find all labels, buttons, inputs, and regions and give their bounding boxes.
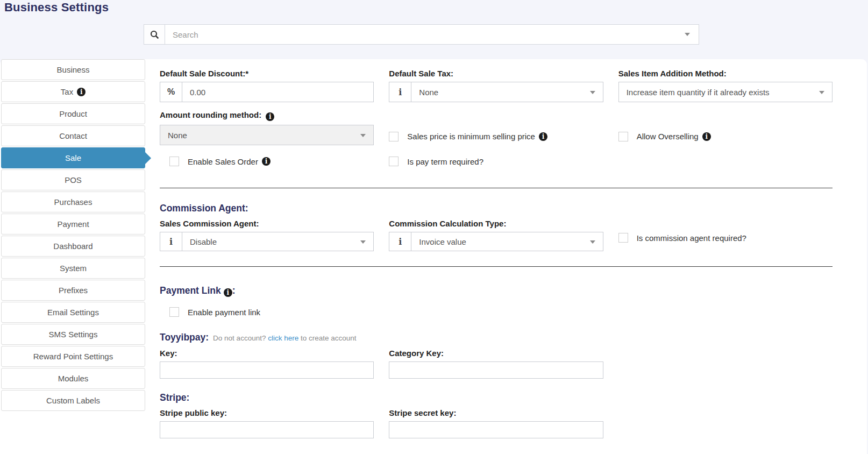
caret-down-icon	[819, 91, 824, 94]
sale-settings-form: Default Sale Discount:* % Default Sale T…	[160, 69, 833, 438]
sidebar-item-tax[interactable]: Tax i	[1, 81, 145, 102]
sidebar-item-custom-labels[interactable]: Custom Labels	[1, 390, 145, 411]
sidebar-item-system[interactable]: System	[1, 258, 145, 279]
field-stripe-public-key: Stripe public key:	[160, 408, 374, 438]
search-dropdown-toggle[interactable]	[685, 25, 699, 44]
sidebar-item-prefixes[interactable]: Prefixes	[1, 280, 145, 301]
default-sale-tax-select[interactable]: None	[411, 82, 602, 102]
stripe-secret-key-input[interactable]	[389, 421, 603, 438]
caret-down-icon	[590, 240, 595, 244]
enable-sales-order-label: Enable Sales Order	[188, 157, 258, 166]
field-sales-item-addition-method: Sales Item Addition Method: Increase ite…	[618, 69, 833, 102]
caret-down-icon	[685, 33, 690, 36]
caret-down-icon	[590, 91, 595, 94]
info-addon-icon: i	[389, 232, 411, 251]
pay-term-required-check-row: Is pay term required?	[389, 157, 603, 166]
sidebar-item-business[interactable]: Business	[1, 59, 145, 80]
sales-commission-agent-label: Sales Commission Agent:	[160, 219, 374, 228]
info-icon[interactable]: i	[77, 88, 86, 96]
amount-rounding-method-select[interactable]: None	[160, 125, 373, 145]
section-divider	[160, 266, 833, 267]
search-icon	[144, 25, 165, 44]
default-sale-discount-label: Default Sale Discount:*	[160, 69, 374, 78]
toyyibpay-create-account-link[interactable]: click here	[268, 334, 298, 342]
sidebar-item-product[interactable]: Product	[1, 103, 145, 124]
caret-down-icon	[360, 240, 366, 244]
stripe-secret-key-label: Stripe secret key:	[389, 408, 603, 417]
amount-rounding-method-label: Amount rounding method: i	[160, 110, 374, 121]
sidebar-item-contact[interactable]: Contact	[1, 125, 145, 146]
sidebar-item-sale[interactable]: Sale	[1, 147, 145, 168]
enable-sales-order-checkbox[interactable]	[169, 157, 179, 166]
sales-item-addition-method-select[interactable]: Increase item quantity if it already exi…	[619, 82, 832, 102]
min-selling-price-label: Sales price is minimum selling price	[407, 132, 535, 141]
allow-overselling-checkbox[interactable]	[618, 132, 628, 141]
enable-payment-link-label: Enable payment link	[188, 308, 260, 317]
enable-payment-link-check-row: Enable payment link	[160, 307, 833, 317]
field-toyyibpay-category-key: Category Key:	[389, 349, 603, 379]
info-icon[interactable]: i	[702, 132, 711, 141]
commission-agent-heading: Commission Agent:	[160, 203, 833, 214]
sidebar-item-reward-point-settings[interactable]: Reward Point Settings	[1, 346, 145, 367]
enable-sales-order-check-row: Enable Sales Order i	[160, 157, 374, 166]
page-title: Business Settings	[4, 1, 109, 15]
enable-payment-link-checkbox[interactable]	[169, 307, 179, 317]
allow-overselling-check-row: Allow Overselling i	[618, 110, 833, 145]
settings-sidebar: Business Tax i Product Contact Sale POS …	[1, 59, 145, 412]
min-selling-price-checkbox[interactable]	[389, 132, 399, 141]
field-sales-commission-agent: Sales Commission Agent: i Disable	[160, 219, 374, 251]
field-default-sale-discount: Default Sale Discount:* %	[160, 69, 374, 102]
pay-term-required-checkbox[interactable]	[389, 157, 399, 166]
stripe-heading: Stripe:	[160, 392, 833, 403]
field-amount-rounding-method: Amount rounding method: i None	[160, 110, 374, 145]
section-divider	[160, 188, 833, 188]
allow-overselling-label: Allow Overselling	[637, 132, 699, 141]
sales-item-addition-method-label: Sales Item Addition Method:	[618, 69, 833, 78]
sidebar-item-modules[interactable]: Modules	[1, 368, 145, 389]
info-icon[interactable]: i	[262, 157, 271, 166]
sidebar-item-email-settings[interactable]: Email Settings	[1, 302, 145, 323]
info-icon[interactable]: i	[266, 112, 274, 121]
default-sale-discount-input[interactable]	[182, 82, 373, 102]
sales-commission-agent-select[interactable]: Disable	[182, 232, 373, 251]
caret-down-icon	[360, 134, 366, 137]
min-selling-price-check-row: Sales price is minimum selling price i	[389, 110, 603, 145]
sidebar-item-purchases[interactable]: Purchases	[1, 191, 145, 212]
field-default-sale-tax: Default Sale Tax: i None	[389, 69, 603, 102]
toyyibpay-note: Do not account? click here to create acc…	[213, 334, 356, 342]
field-toyyibpay-key: Key:	[160, 349, 374, 379]
info-icon[interactable]: i	[539, 132, 547, 141]
percent-addon: %	[160, 82, 182, 102]
toyyibpay-key-label: Key:	[160, 349, 374, 358]
toyyibpay-category-key-input[interactable]	[389, 361, 603, 379]
sidebar-item-sms-settings[interactable]: SMS Settings	[1, 324, 145, 345]
field-stripe-secret-key: Stripe secret key:	[389, 408, 603, 438]
search-input[interactable]	[165, 25, 685, 44]
toyyibpay-key-input[interactable]	[160, 361, 374, 379]
toyyibpay-category-key-label: Category Key:	[389, 349, 603, 358]
pay-term-required-label: Is pay term required?	[407, 157, 483, 166]
commission-agent-required-check-row: Is commission agent required?	[618, 219, 833, 251]
toyyibpay-heading: Toyyibpay:	[160, 332, 209, 343]
commission-calculation-type-label: Commission Calculation Type:	[389, 219, 603, 228]
commission-agent-required-label: Is commission agent required?	[637, 233, 746, 243]
sidebar-item-dashboard[interactable]: Dashboard	[1, 236, 145, 257]
info-icon[interactable]: i	[224, 288, 232, 297]
default-sale-tax-label: Default Sale Tax:	[389, 69, 603, 78]
payment-link-heading: Payment Link i:	[160, 285, 833, 297]
sidebar-item-pos[interactable]: POS	[1, 169, 145, 190]
stripe-public-key-input[interactable]	[160, 421, 374, 438]
sidebar-item-payment[interactable]: Payment	[1, 214, 145, 235]
info-addon-icon: i	[389, 82, 411, 102]
commission-agent-required-checkbox[interactable]	[618, 233, 628, 243]
stripe-public-key-label: Stripe public key:	[160, 408, 374, 417]
info-addon-icon: i	[160, 232, 182, 251]
commission-calculation-type-select[interactable]: Invoice value	[411, 232, 602, 251]
field-commission-calculation-type: Commission Calculation Type: i Invoice v…	[389, 219, 603, 251]
settings-card: Business Tax i Product Contact Sale POS …	[0, 59, 867, 454]
settings-search-bar	[144, 24, 699, 45]
toyyibpay-heading-row: Toyyibpay: Do not account? click here to…	[160, 332, 833, 343]
